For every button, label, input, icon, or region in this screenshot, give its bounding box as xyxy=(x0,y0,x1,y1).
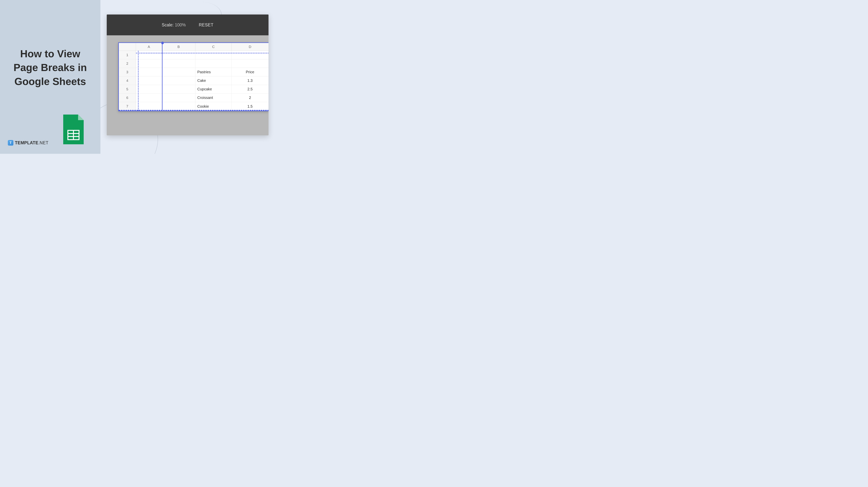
cell[interactable] xyxy=(136,94,162,102)
page-break-vertical-dashed[interactable] xyxy=(138,51,138,111)
table-row: 2 xyxy=(119,59,269,68)
cell[interactable] xyxy=(136,68,162,76)
google-sheets-icon xyxy=(61,114,86,146)
cell[interactable]: 1.3 xyxy=(231,77,269,85)
cell[interactable]: 2.5 xyxy=(231,85,269,93)
cell[interactable] xyxy=(231,59,269,68)
cell[interactable] xyxy=(162,68,195,76)
table-row: 5 Cupcake 2.5 xyxy=(119,85,269,94)
brand-text: TEMPLATE.NET xyxy=(15,141,49,145)
column-header-a[interactable]: A xyxy=(136,43,162,51)
screenshot-panel: Scale: 100% RESET A B C D 1 xyxy=(107,14,269,135)
table-row: 1 xyxy=(119,51,269,59)
grid-body: 1 2 3 Pastries xyxy=(119,51,269,111)
cell[interactable]: 2 xyxy=(231,94,269,102)
row-header[interactable]: 1 xyxy=(119,51,136,59)
scale-label: Scale: xyxy=(162,23,174,27)
corner-cell[interactable] xyxy=(119,43,136,51)
cell[interactable] xyxy=(162,85,195,93)
page-break-horizontal-dashed[interactable] xyxy=(136,53,269,53)
scale-control[interactable]: Scale: 100% xyxy=(162,23,186,28)
cell[interactable]: Cookie xyxy=(195,102,231,111)
row-header[interactable]: 7 xyxy=(119,102,136,111)
reset-button[interactable]: RESET xyxy=(199,23,214,28)
page-break-horizontal-dashed[interactable] xyxy=(119,110,269,111)
table-row: 4 Cake 1.3 xyxy=(119,77,269,85)
cell[interactable] xyxy=(136,51,162,59)
table-row: 3 Pastries Price xyxy=(119,68,269,77)
column-header-d[interactable]: D xyxy=(231,43,269,51)
print-toolbar: Scale: 100% RESET xyxy=(107,14,269,35)
cell[interactable] xyxy=(162,102,195,111)
brand-logo: T TEMPLATE.NET xyxy=(8,140,49,146)
cell[interactable]: Cupcake xyxy=(195,85,231,93)
cell[interactable] xyxy=(162,59,195,68)
brand-icon: T xyxy=(8,140,13,146)
cell[interactable] xyxy=(136,85,162,93)
row-header[interactable]: 4 xyxy=(119,77,136,85)
cell[interactable]: Croissant xyxy=(195,94,231,102)
cell[interactable] xyxy=(162,51,195,59)
row-header[interactable]: 3 xyxy=(119,68,136,76)
table-row: 7 Cookie 1.5 xyxy=(119,102,269,111)
table-row: 6 Croissant 2 xyxy=(119,94,269,102)
cell[interactable]: Pastries xyxy=(195,68,231,76)
spreadsheet-grid: A B C D 1 2 xyxy=(118,42,269,111)
column-headers: A B C D xyxy=(119,43,269,51)
page-break-drag-handle[interactable] xyxy=(161,42,164,44)
cell[interactable]: 1.5 xyxy=(231,102,269,111)
cell[interactable] xyxy=(195,59,231,68)
cell[interactable] xyxy=(162,77,195,85)
left-panel: How to View Page Breaks in Google Sheets… xyxy=(0,0,100,154)
cell[interactable] xyxy=(136,59,162,68)
cell[interactable] xyxy=(136,102,162,111)
sheet-preview: A B C D 1 2 xyxy=(107,35,269,135)
column-header-c[interactable]: C xyxy=(195,43,231,51)
page-title: How to View Page Breaks in Google Sheets xyxy=(7,47,93,88)
row-header[interactable]: 2 xyxy=(119,59,136,68)
cell[interactable] xyxy=(231,51,269,59)
column-header-b[interactable]: B xyxy=(162,43,195,51)
cell[interactable] xyxy=(195,51,231,59)
cell[interactable] xyxy=(136,77,162,85)
row-header[interactable]: 6 xyxy=(119,94,136,102)
cell[interactable]: Cake xyxy=(195,77,231,85)
cell[interactable]: Price xyxy=(231,68,269,76)
scale-value: 100% xyxy=(175,23,186,27)
row-header[interactable]: 5 xyxy=(119,85,136,93)
cell[interactable] xyxy=(162,94,195,102)
